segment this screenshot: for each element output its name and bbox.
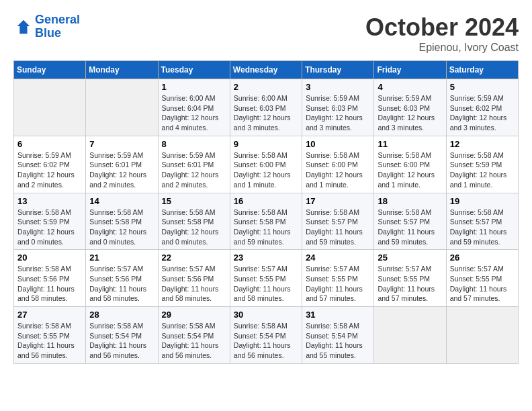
day-header-tuesday: Tuesday xyxy=(158,61,230,79)
day-number: 22 xyxy=(162,253,226,263)
day-info: Sunrise: 5:57 AM Sunset: 5:55 PM Dayligh… xyxy=(234,264,298,304)
day-info: Sunrise: 5:57 AM Sunset: 5:55 PM Dayligh… xyxy=(450,264,515,304)
calendar-cell: 23Sunrise: 5:57 AM Sunset: 5:55 PM Dayli… xyxy=(230,250,302,307)
day-info: Sunrise: 5:59 AM Sunset: 6:03 PM Dayligh… xyxy=(306,93,370,133)
day-info: Sunrise: 5:58 AM Sunset: 5:54 PM Dayligh… xyxy=(89,321,154,361)
day-number: 26 xyxy=(450,253,515,263)
calendar-cell xyxy=(374,307,446,364)
day-info: Sunrise: 5:58 AM Sunset: 5:57 PM Dayligh… xyxy=(450,208,515,247)
calendar-cell: 7Sunrise: 5:59 AM Sunset: 6:01 PM Daylig… xyxy=(86,136,158,193)
day-info: Sunrise: 5:58 AM Sunset: 5:58 PM Dayligh… xyxy=(162,208,226,247)
calendar-cell: 21Sunrise: 5:57 AM Sunset: 5:56 PM Dayli… xyxy=(86,250,158,307)
day-number: 18 xyxy=(378,196,442,206)
calendar-week-row: 1Sunrise: 6:00 AM Sunset: 6:04 PM Daylig… xyxy=(14,79,519,136)
day-info: Sunrise: 5:58 AM Sunset: 5:58 PM Dayligh… xyxy=(234,208,298,247)
day-number: 7 xyxy=(89,139,154,149)
calendar-cell: 2Sunrise: 6:00 AM Sunset: 6:03 PM Daylig… xyxy=(230,79,302,136)
calendar-cell: 3Sunrise: 5:59 AM Sunset: 6:03 PM Daylig… xyxy=(302,79,374,136)
day-info: Sunrise: 5:59 AM Sunset: 6:02 PM Dayligh… xyxy=(17,150,82,190)
day-info: Sunrise: 5:58 AM Sunset: 5:59 PM Dayligh… xyxy=(17,208,82,247)
day-header-friday: Friday xyxy=(374,61,446,79)
day-header-sunday: Sunday xyxy=(14,61,86,79)
calendar-cell: 19Sunrise: 5:58 AM Sunset: 5:57 PM Dayli… xyxy=(446,193,518,250)
day-number: 17 xyxy=(306,196,370,206)
calendar-cell: 24Sunrise: 5:57 AM Sunset: 5:55 PM Dayli… xyxy=(302,250,374,307)
calendar-cell: 13Sunrise: 5:58 AM Sunset: 5:59 PM Dayli… xyxy=(14,193,86,250)
day-number: 29 xyxy=(162,310,226,320)
calendar-cell: 26Sunrise: 5:57 AM Sunset: 5:55 PM Dayli… xyxy=(446,250,518,307)
day-number: 12 xyxy=(450,139,515,149)
day-number: 2 xyxy=(234,82,298,92)
day-number: 20 xyxy=(17,253,82,263)
day-info: Sunrise: 5:58 AM Sunset: 5:59 PM Dayligh… xyxy=(450,150,515,190)
logo-icon xyxy=(13,17,32,36)
day-number: 24 xyxy=(306,253,370,263)
day-header-wednesday: Wednesday xyxy=(230,61,302,79)
title-block: October 2024 Epienou, Ivory Coast xyxy=(365,13,519,54)
calendar-cell: 12Sunrise: 5:58 AM Sunset: 5:59 PM Dayli… xyxy=(446,136,518,193)
day-number: 15 xyxy=(162,196,226,206)
calendar-week-row: 13Sunrise: 5:58 AM Sunset: 5:59 PM Dayli… xyxy=(14,193,519,250)
day-info: Sunrise: 5:58 AM Sunset: 5:55 PM Dayligh… xyxy=(17,321,82,361)
calendar-cell xyxy=(14,79,86,136)
day-info: Sunrise: 6:00 AM Sunset: 6:03 PM Dayligh… xyxy=(234,93,298,133)
day-info: Sunrise: 5:59 AM Sunset: 6:01 PM Dayligh… xyxy=(89,150,154,190)
day-header-saturday: Saturday xyxy=(446,61,518,79)
day-info: Sunrise: 6:00 AM Sunset: 6:04 PM Dayligh… xyxy=(162,93,226,133)
calendar-cell: 4Sunrise: 5:59 AM Sunset: 6:03 PM Daylig… xyxy=(374,79,446,136)
calendar-cell: 25Sunrise: 5:57 AM Sunset: 5:55 PM Dayli… xyxy=(374,250,446,307)
calendar-cell: 30Sunrise: 5:58 AM Sunset: 5:54 PM Dayli… xyxy=(230,307,302,364)
calendar-week-row: 20Sunrise: 5:58 AM Sunset: 5:56 PM Dayli… xyxy=(14,250,519,307)
page-header: General Blue October 2024 Epienou, Ivory… xyxy=(13,13,519,54)
day-info: Sunrise: 5:59 AM Sunset: 6:01 PM Dayligh… xyxy=(162,150,226,190)
day-number: 8 xyxy=(162,139,226,149)
logo-text: General Blue xyxy=(35,13,80,40)
day-number: 11 xyxy=(378,139,442,149)
day-number: 21 xyxy=(89,253,154,263)
calendar-header-row: SundayMondayTuesdayWednesdayThursdayFrid… xyxy=(14,61,519,79)
calendar-cell: 5Sunrise: 5:59 AM Sunset: 6:02 PM Daylig… xyxy=(446,79,518,136)
day-number: 19 xyxy=(450,196,515,206)
calendar-cell: 27Sunrise: 5:58 AM Sunset: 5:55 PM Dayli… xyxy=(14,307,86,364)
calendar-cell: 10Sunrise: 5:58 AM Sunset: 6:00 PM Dayli… xyxy=(302,136,374,193)
day-number: 25 xyxy=(378,253,442,263)
day-info: Sunrise: 5:57 AM Sunset: 5:55 PM Dayligh… xyxy=(378,264,442,304)
day-info: Sunrise: 5:58 AM Sunset: 6:00 PM Dayligh… xyxy=(234,150,298,190)
calendar-cell: 11Sunrise: 5:58 AM Sunset: 6:00 PM Dayli… xyxy=(374,136,446,193)
day-header-monday: Monday xyxy=(86,61,158,79)
logo-line1: General xyxy=(35,13,80,26)
day-number: 28 xyxy=(89,310,154,320)
calendar-week-row: 6Sunrise: 5:59 AM Sunset: 6:02 PM Daylig… xyxy=(14,136,519,193)
day-info: Sunrise: 5:58 AM Sunset: 5:57 PM Dayligh… xyxy=(378,208,442,247)
day-info: Sunrise: 5:58 AM Sunset: 5:57 PM Dayligh… xyxy=(306,208,370,247)
day-number: 30 xyxy=(234,310,298,320)
day-number: 31 xyxy=(306,310,370,320)
day-info: Sunrise: 5:57 AM Sunset: 5:56 PM Dayligh… xyxy=(162,264,226,304)
calendar-cell: 22Sunrise: 5:57 AM Sunset: 5:56 PM Dayli… xyxy=(158,250,230,307)
month-title: October 2024 xyxy=(365,13,519,42)
day-number: 6 xyxy=(17,139,82,149)
calendar-cell: 28Sunrise: 5:58 AM Sunset: 5:54 PM Dayli… xyxy=(86,307,158,364)
calendar-cell: 16Sunrise: 5:58 AM Sunset: 5:58 PM Dayli… xyxy=(230,193,302,250)
day-info: Sunrise: 5:58 AM Sunset: 5:54 PM Dayligh… xyxy=(234,321,298,361)
day-info: Sunrise: 5:59 AM Sunset: 6:02 PM Dayligh… xyxy=(450,93,515,133)
day-info: Sunrise: 5:57 AM Sunset: 5:55 PM Dayligh… xyxy=(306,264,370,304)
day-info: Sunrise: 5:58 AM Sunset: 5:54 PM Dayligh… xyxy=(306,321,370,361)
day-number: 27 xyxy=(17,310,82,320)
day-info: Sunrise: 5:58 AM Sunset: 5:58 PM Dayligh… xyxy=(89,208,154,247)
svg-marker-0 xyxy=(17,20,30,34)
logo-line2: Blue xyxy=(35,26,61,40)
day-number: 9 xyxy=(234,139,298,149)
day-number: 16 xyxy=(234,196,298,206)
calendar-cell xyxy=(86,79,158,136)
calendar-cell: 14Sunrise: 5:58 AM Sunset: 5:58 PM Dayli… xyxy=(86,193,158,250)
calendar-table: SundayMondayTuesdayWednesdayThursdayFrid… xyxy=(13,60,519,364)
calendar-cell: 18Sunrise: 5:58 AM Sunset: 5:57 PM Dayli… xyxy=(374,193,446,250)
day-info: Sunrise: 5:59 AM Sunset: 6:03 PM Dayligh… xyxy=(378,93,442,133)
day-number: 1 xyxy=(162,82,226,92)
calendar-cell: 8Sunrise: 5:59 AM Sunset: 6:01 PM Daylig… xyxy=(158,136,230,193)
day-number: 5 xyxy=(450,82,515,92)
calendar-cell: 31Sunrise: 5:58 AM Sunset: 5:54 PM Dayli… xyxy=(302,307,374,364)
day-number: 13 xyxy=(17,196,82,206)
day-info: Sunrise: 5:58 AM Sunset: 6:00 PM Dayligh… xyxy=(306,150,370,190)
